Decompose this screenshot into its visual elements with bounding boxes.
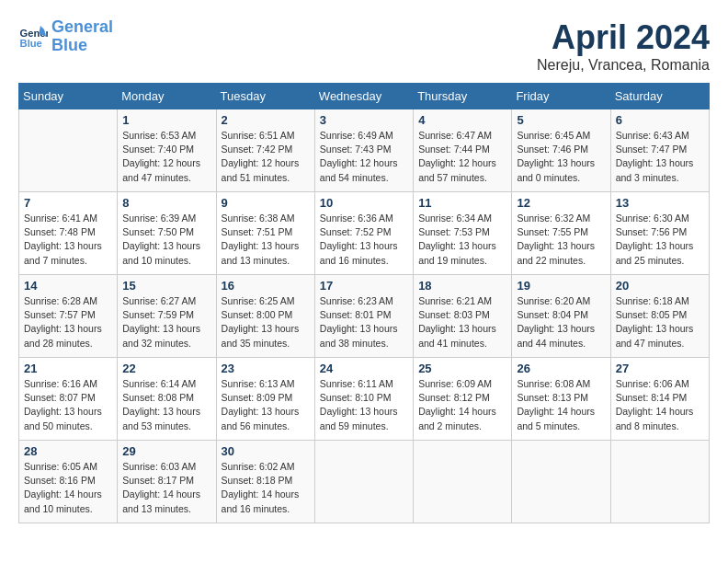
calendar-cell: 11Sunrise: 6:34 AMSunset: 7:53 PMDayligh…: [414, 192, 512, 275]
day-number: 16: [222, 279, 310, 293]
day-info: Sunrise: 6:16 AMSunset: 8:07 PMDaylight:…: [24, 377, 112, 433]
calendar-cell: 10Sunrise: 6:36 AMSunset: 7:52 PMDayligh…: [314, 192, 413, 275]
calendar-cell: 22Sunrise: 6:14 AMSunset: 8:08 PMDayligh…: [118, 358, 216, 441]
calendar-cell: 1Sunrise: 6:53 AMSunset: 7:40 PMDaylight…: [118, 109, 216, 192]
day-info: Sunrise: 6:34 AMSunset: 7:53 PMDaylight:…: [418, 212, 506, 268]
day-info: Sunrise: 6:20 AMSunset: 8:04 PMDaylight:…: [517, 294, 605, 350]
calendar-cell: 24Sunrise: 6:11 AMSunset: 8:10 PMDayligh…: [314, 358, 413, 441]
day-info: Sunrise: 6:14 AMSunset: 8:08 PMDaylight:…: [122, 377, 210, 433]
day-number: 25: [418, 362, 506, 375]
day-info: Sunrise: 6:21 AMSunset: 8:03 PMDaylight:…: [418, 294, 506, 350]
day-number: 15: [122, 279, 210, 293]
calendar-week-row: 28Sunrise: 6:05 AMSunset: 8:16 PMDayligh…: [19, 441, 710, 523]
calendar-cell: 18Sunrise: 6:21 AMSunset: 8:03 PMDayligh…: [414, 275, 512, 358]
calendar-cell: 27Sunrise: 6:06 AMSunset: 8:14 PMDayligh…: [610, 358, 709, 441]
day-number: 28: [24, 444, 112, 458]
day-number: 1: [122, 113, 210, 127]
day-number: 23: [222, 362, 310, 375]
calendar-cell: 25Sunrise: 6:09 AMSunset: 8:12 PMDayligh…: [414, 358, 512, 441]
calendar-cell: 17Sunrise: 6:23 AMSunset: 8:01 PMDayligh…: [314, 275, 413, 358]
day-number: 21: [24, 362, 112, 375]
day-number: 20: [616, 279, 704, 293]
day-number: 7: [24, 196, 112, 210]
day-info: Sunrise: 6:45 AMSunset: 7:46 PMDaylight:…: [517, 129, 605, 185]
day-info: Sunrise: 6:51 AMSunset: 7:42 PMDaylight:…: [222, 129, 310, 185]
calendar-cell: 15Sunrise: 6:27 AMSunset: 7:59 PMDayligh…: [118, 275, 216, 358]
day-info: Sunrise: 6:23 AMSunset: 8:01 PMDaylight:…: [320, 294, 408, 350]
day-number: 5: [517, 113, 605, 127]
day-number: 11: [418, 196, 506, 210]
day-number: 8: [122, 196, 210, 210]
day-number: 19: [517, 279, 605, 293]
location-subtitle: Nereju, Vrancea, Romania: [537, 57, 710, 74]
calendar-cell: [314, 441, 413, 523]
day-number: 17: [320, 279, 408, 293]
day-number: 2: [222, 113, 310, 127]
day-info: Sunrise: 6:53 AMSunset: 7:40 PMDaylight:…: [122, 129, 210, 185]
calendar-cell: 13Sunrise: 6:30 AMSunset: 7:56 PMDayligh…: [610, 192, 709, 275]
calendar-cell: [414, 441, 512, 523]
day-info: Sunrise: 6:41 AMSunset: 7:48 PMDaylight:…: [24, 212, 112, 268]
calendar-cell: 29Sunrise: 6:03 AMSunset: 8:17 PMDayligh…: [118, 441, 216, 523]
day-number: 29: [122, 444, 210, 458]
calendar-cell: 2Sunrise: 6:51 AMSunset: 7:42 PMDaylight…: [216, 109, 314, 192]
logo: General Blue GeneralBlue: [18, 18, 113, 55]
weekday-header-friday: Friday: [512, 84, 610, 109]
calendar-cell: 16Sunrise: 6:25 AMSunset: 8:00 PMDayligh…: [216, 275, 314, 358]
day-number: 26: [517, 362, 605, 375]
svg-text:Blue: Blue: [20, 38, 42, 49]
calendar-cell: 20Sunrise: 6:18 AMSunset: 8:05 PMDayligh…: [610, 275, 709, 358]
day-number: 18: [418, 279, 506, 293]
day-info: Sunrise: 6:43 AMSunset: 7:47 PMDaylight:…: [616, 129, 704, 185]
day-info: Sunrise: 6:28 AMSunset: 7:57 PMDaylight:…: [24, 294, 112, 350]
day-number: 27: [616, 362, 704, 375]
month-title: April 2024: [537, 18, 710, 57]
day-number: 30: [222, 444, 310, 458]
day-info: Sunrise: 6:06 AMSunset: 8:14 PMDaylight:…: [616, 377, 704, 433]
day-info: Sunrise: 6:39 AMSunset: 7:50 PMDaylight:…: [122, 212, 210, 268]
day-info: Sunrise: 6:08 AMSunset: 8:13 PMDaylight:…: [517, 377, 605, 433]
day-number: 24: [320, 362, 408, 375]
weekday-header-sunday: Sunday: [19, 84, 118, 109]
day-number: 13: [616, 196, 704, 210]
day-info: Sunrise: 6:30 AMSunset: 7:56 PMDaylight:…: [616, 212, 704, 268]
day-number: 6: [616, 113, 704, 127]
weekday-header-monday: Monday: [118, 84, 216, 109]
calendar-cell: 14Sunrise: 6:28 AMSunset: 7:57 PMDayligh…: [19, 275, 118, 358]
calendar-cell: 3Sunrise: 6:49 AMSunset: 7:43 PMDaylight…: [314, 109, 413, 192]
day-info: Sunrise: 6:32 AMSunset: 7:55 PMDaylight:…: [517, 212, 605, 268]
day-info: Sunrise: 6:49 AMSunset: 7:43 PMDaylight:…: [320, 129, 408, 185]
logo-icon: General Blue: [18, 22, 48, 52]
day-info: Sunrise: 6:11 AMSunset: 8:10 PMDaylight:…: [320, 377, 408, 433]
calendar-cell: 12Sunrise: 6:32 AMSunset: 7:55 PMDayligh…: [512, 192, 610, 275]
calendar-cell: 9Sunrise: 6:38 AMSunset: 7:51 PMDaylight…: [216, 192, 314, 275]
day-info: Sunrise: 6:47 AMSunset: 7:44 PMDaylight:…: [418, 129, 506, 185]
calendar-week-row: 14Sunrise: 6:28 AMSunset: 7:57 PMDayligh…: [19, 275, 710, 358]
logo-text: GeneralBlue: [51, 18, 113, 55]
day-info: Sunrise: 6:09 AMSunset: 8:12 PMDaylight:…: [418, 377, 506, 433]
calendar-cell: 21Sunrise: 6:16 AMSunset: 8:07 PMDayligh…: [19, 358, 118, 441]
calendar-table: SundayMondayTuesdayWednesdayThursdayFrid…: [18, 83, 710, 523]
weekday-header-tuesday: Tuesday: [216, 84, 314, 109]
calendar-cell: [19, 109, 118, 192]
day-number: 10: [320, 196, 408, 210]
day-info: Sunrise: 6:36 AMSunset: 7:52 PMDaylight:…: [320, 212, 408, 268]
calendar-cell: 19Sunrise: 6:20 AMSunset: 8:04 PMDayligh…: [512, 275, 610, 358]
day-info: Sunrise: 6:13 AMSunset: 8:09 PMDaylight:…: [222, 377, 310, 433]
calendar-body: 1Sunrise: 6:53 AMSunset: 7:40 PMDaylight…: [19, 109, 710, 523]
calendar-cell: 26Sunrise: 6:08 AMSunset: 8:13 PMDayligh…: [512, 358, 610, 441]
calendar-cell: 6Sunrise: 6:43 AMSunset: 7:47 PMDaylight…: [610, 109, 709, 192]
calendar-week-row: 21Sunrise: 6:16 AMSunset: 8:07 PMDayligh…: [19, 358, 710, 441]
calendar-cell: 8Sunrise: 6:39 AMSunset: 7:50 PMDaylight…: [118, 192, 216, 275]
day-info: Sunrise: 6:05 AMSunset: 8:16 PMDaylight:…: [24, 460, 112, 516]
calendar-cell: 23Sunrise: 6:13 AMSunset: 8:09 PMDayligh…: [216, 358, 314, 441]
day-info: Sunrise: 6:25 AMSunset: 8:00 PMDaylight:…: [222, 294, 310, 350]
day-number: 9: [222, 196, 310, 210]
day-info: Sunrise: 6:18 AMSunset: 8:05 PMDaylight:…: [616, 294, 704, 350]
day-info: Sunrise: 6:02 AMSunset: 8:18 PMDaylight:…: [222, 460, 310, 516]
calendar-cell: 30Sunrise: 6:02 AMSunset: 8:18 PMDayligh…: [216, 441, 314, 523]
day-info: Sunrise: 6:27 AMSunset: 7:59 PMDaylight:…: [122, 294, 210, 350]
calendar-week-row: 1Sunrise: 6:53 AMSunset: 7:40 PMDaylight…: [19, 109, 710, 192]
calendar-cell: 7Sunrise: 6:41 AMSunset: 7:48 PMDaylight…: [19, 192, 118, 275]
day-number: 14: [24, 279, 112, 293]
